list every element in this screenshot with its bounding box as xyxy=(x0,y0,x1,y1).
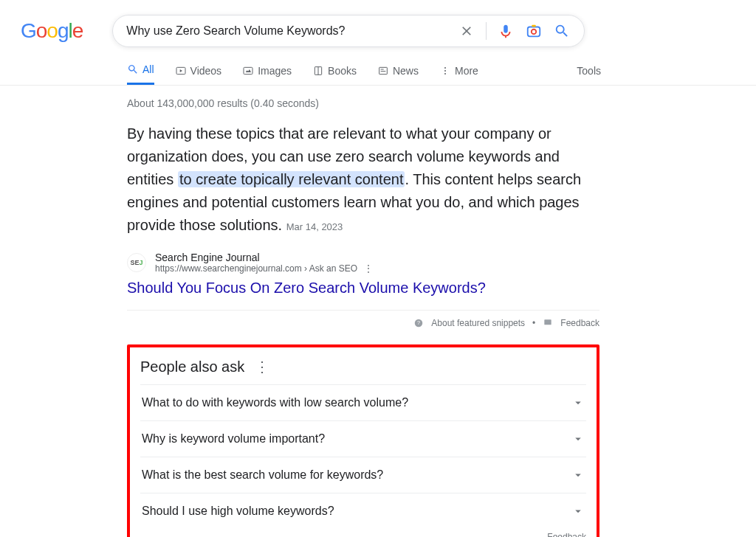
tab-label: More xyxy=(455,65,478,77)
feedback-link[interactable]: Feedback xyxy=(560,318,599,328)
tab-label: News xyxy=(393,65,419,77)
result-stats: About 143,000,000 results (0.40 seconds) xyxy=(127,97,599,109)
tab-label: Books xyxy=(328,65,357,77)
help-icon: ? xyxy=(413,318,424,328)
featured-snippet: By having these topics that are relevant… xyxy=(127,122,599,237)
svg-rect-0 xyxy=(528,27,540,37)
google-logo[interactable]: Google xyxy=(21,19,83,43)
svg-point-1 xyxy=(532,30,536,34)
svg-text:?: ? xyxy=(417,320,420,325)
paa-question: What to do with keywords with low search… xyxy=(142,396,408,409)
snippet-date: Mar 14, 2023 xyxy=(286,221,343,232)
svg-rect-15 xyxy=(545,319,551,325)
chevron-down-icon xyxy=(571,396,585,409)
svg-point-10 xyxy=(444,67,446,69)
result-title-link[interactable]: Should You Focus On Zero Search Volume K… xyxy=(127,280,599,297)
svg-rect-4 xyxy=(244,67,252,74)
people-also-ask: People also ask ⋮ What to do with keywor… xyxy=(127,344,599,537)
chevron-down-icon xyxy=(571,468,585,482)
separator xyxy=(486,22,487,40)
search-bar xyxy=(112,15,585,47)
source-favicon: SEJ xyxy=(127,253,146,272)
svg-point-12 xyxy=(444,73,446,75)
paa-item[interactable]: What is the best search volume for keywo… xyxy=(140,457,586,493)
clear-icon[interactable] xyxy=(458,24,475,38)
snippet-highlight: to create topically relevant content xyxy=(178,171,405,187)
tab-all[interactable]: All xyxy=(127,63,154,85)
paa-question: What is the best search volume for keywo… xyxy=(142,468,383,482)
result-source: SEJ Search Engine Journal https://www.se… xyxy=(127,252,599,274)
tabs-divider xyxy=(0,85,756,86)
tab-label: All xyxy=(142,63,154,75)
paa-title: People also ask xyxy=(140,358,244,375)
source-name: Search Engine Journal xyxy=(155,252,373,263)
tab-news[interactable]: News xyxy=(377,65,419,84)
tab-label: Videos xyxy=(190,65,222,77)
camera-icon[interactable] xyxy=(525,23,543,39)
search-input[interactable] xyxy=(126,24,447,38)
svg-rect-2 xyxy=(532,25,537,27)
chevron-down-icon xyxy=(571,505,585,518)
chevron-down-icon xyxy=(571,432,585,446)
paa-question: Should I use high volume keywords? xyxy=(142,505,334,518)
search-icon[interactable] xyxy=(553,23,571,39)
feedback-icon xyxy=(543,318,553,328)
tab-label: Images xyxy=(258,65,292,77)
dot-separator: • xyxy=(532,318,535,328)
mic-icon[interactable] xyxy=(497,23,515,39)
source-menu-icon[interactable]: ⋮ xyxy=(364,263,373,274)
paa-item[interactable]: Should I use high volume keywords? xyxy=(140,493,586,529)
tabs-row: All Videos Images Books News More Tools xyxy=(127,63,756,85)
about-featured-snippets-link[interactable]: About featured snippets xyxy=(431,318,525,328)
tab-images[interactable]: Images xyxy=(242,65,292,84)
tab-more[interactable]: More xyxy=(439,65,478,84)
paa-item[interactable]: What to do with keywords with low search… xyxy=(140,384,586,420)
svg-point-11 xyxy=(444,70,446,72)
paa-menu-icon[interactable]: ⋮ xyxy=(255,358,269,375)
paa-item[interactable]: Why is keyword volume important? xyxy=(140,420,586,457)
paa-heading: People also ask ⋮ xyxy=(140,358,586,375)
paa-feedback-link[interactable]: Feedback xyxy=(140,532,586,537)
paa-question: Why is keyword volume important? xyxy=(142,432,325,446)
tab-books[interactable]: Books xyxy=(312,65,357,84)
tools-button[interactable]: Tools xyxy=(577,65,601,84)
featured-snippet-footer: ? About featured snippets • Feedback xyxy=(127,310,599,337)
svg-rect-7 xyxy=(379,67,388,74)
tab-videos[interactable]: Videos xyxy=(175,65,222,84)
source-url: https://www.searchenginejournal.com › As… xyxy=(155,263,357,274)
